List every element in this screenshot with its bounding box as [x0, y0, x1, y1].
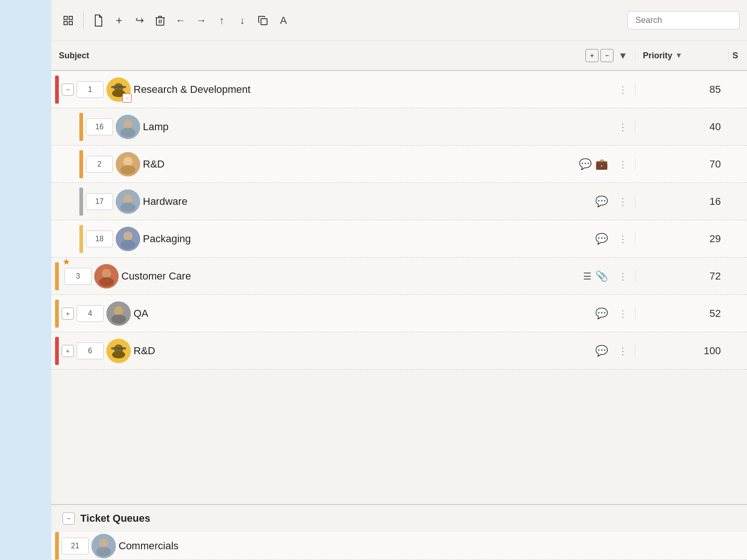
- main-container: + ↪ ← → ↑ ↓ A: [0, 0, 747, 560]
- row-icons: 💬: [595, 345, 608, 357]
- row-subject: 21 Commercials: [51, 532, 747, 560]
- table-row: 2 R&D 💬 💼: [51, 146, 747, 183]
- search-input[interactable]: [627, 11, 740, 29]
- ticket-queues-section: − Ticket Queues: [51, 504, 747, 532]
- table-row: − 1 → R: [51, 71, 747, 108]
- avatar: →: [106, 77, 131, 102]
- svg-rect-33: [111, 347, 126, 350]
- priority-bar: [55, 337, 59, 365]
- table-row: 17 Hardware 💬 ⋮: [51, 183, 747, 220]
- down-icon[interactable]: ↓: [233, 11, 252, 30]
- redirect-icon[interactable]: ↪: [130, 11, 149, 30]
- avatar: [94, 264, 119, 288]
- table-header: Subject + − ▼ Priority ▼ S: [51, 41, 747, 71]
- chat-icon: 💬: [579, 158, 592, 170]
- table-row: 18 Packaging 💬 ⋮: [51, 220, 747, 258]
- list-icon: ☰: [583, 271, 592, 282]
- forward-icon[interactable]: →: [192, 11, 211, 30]
- priority-bar: [55, 262, 59, 290]
- more-button[interactable]: ⋮: [614, 271, 631, 282]
- table-row: ★ 3 Customer Care: [51, 258, 747, 295]
- toolbar-divider-1: [83, 12, 84, 29]
- svg-rect-4: [156, 18, 164, 25]
- row-name: R&D: [134, 345, 592, 357]
- section-title: Ticket Queues: [80, 512, 150, 525]
- row-subject: − 1 → R: [51, 76, 635, 104]
- priority-bar: [79, 188, 83, 216]
- row-icons: 💬: [595, 233, 608, 245]
- svg-rect-3: [69, 21, 72, 25]
- priority-bar: [55, 532, 59, 560]
- row-number: 17: [86, 193, 113, 210]
- subject-label: Subject: [59, 51, 89, 61]
- row-priority: 16: [635, 196, 728, 208]
- row-number: 1: [77, 81, 104, 98]
- row-priority: 29: [635, 233, 728, 245]
- svg-point-26: [99, 277, 114, 287]
- row-name: R&D: [143, 158, 576, 170]
- svg-point-20: [120, 203, 135, 212]
- row-priority: 70: [635, 158, 728, 170]
- svg-point-29: [111, 315, 126, 324]
- copy-icon[interactable]: [254, 11, 272, 30]
- grid-icon[interactable]: [59, 11, 78, 30]
- col-priority-header: Priority ▼: [635, 51, 728, 61]
- row-subject: 2 R&D 💬 💼: [51, 150, 635, 178]
- filter-icon[interactable]: ▼: [618, 50, 627, 61]
- more-button[interactable]: ⋮: [614, 159, 631, 170]
- more-button[interactable]: ⋮: [614, 308, 631, 319]
- table-row: + 4 QA 💬: [51, 295, 747, 332]
- file-icon[interactable]: [89, 11, 108, 30]
- row-icons: 💬: [595, 196, 608, 208]
- svg-point-35: [99, 539, 108, 548]
- more-button[interactable]: ⋮: [614, 84, 631, 95]
- row-name: QA: [134, 308, 592, 320]
- font-icon[interactable]: A: [274, 11, 293, 30]
- s-label: S: [733, 51, 738, 60]
- row-priority: 40: [635, 121, 728, 133]
- svg-point-16: [123, 157, 133, 166]
- svg-rect-1: [69, 16, 72, 20]
- avatar: [116, 152, 140, 176]
- priority-bar: [79, 113, 83, 141]
- content-area: + ↪ ← → ↑ ↓ A: [51, 0, 747, 560]
- row-number: 3: [64, 268, 92, 285]
- more-button[interactable]: ⋮: [614, 233, 631, 245]
- up-icon[interactable]: ↑: [212, 11, 231, 30]
- more-button[interactable]: ⋮: [614, 345, 631, 357]
- row-name: Lamp: [143, 121, 605, 133]
- row-name: Research & Development: [134, 84, 605, 96]
- expand-all-button[interactable]: +: [585, 49, 599, 62]
- trash-icon[interactable]: [151, 11, 169, 30]
- partial-row: 21 Commercials: [51, 532, 747, 560]
- row-name: Commercials: [119, 540, 743, 552]
- chat-icon: 💬: [595, 345, 608, 357]
- avatar: [116, 189, 140, 214]
- briefcase-icon: 💼: [595, 158, 608, 170]
- collapse-button[interactable]: −: [62, 84, 74, 96]
- expand-button[interactable]: +: [62, 345, 74, 357]
- avatar: [106, 339, 131, 363]
- row-name: Hardware: [143, 196, 592, 208]
- more-button[interactable]: ⋮: [614, 196, 631, 207]
- left-panel: [0, 0, 51, 560]
- svg-point-25: [102, 269, 111, 278]
- priority-sort-icon[interactable]: ▼: [675, 51, 683, 60]
- row-priority: 85: [635, 84, 728, 96]
- collapse-all-button[interactable]: −: [600, 49, 613, 62]
- svg-rect-7: [261, 19, 267, 25]
- section-collapse-button[interactable]: −: [63, 512, 75, 525]
- svg-rect-11: [111, 86, 126, 88]
- add-icon[interactable]: +: [110, 11, 128, 30]
- row-number: 4: [77, 305, 104, 322]
- svg-point-14: [120, 128, 135, 137]
- back-icon[interactable]: ←: [171, 11, 190, 30]
- avatar: [92, 534, 116, 558]
- more-button[interactable]: ⋮: [614, 121, 631, 133]
- priority-bar: [55, 300, 59, 328]
- row-subject: ★ 3 Customer Care: [51, 262, 635, 290]
- row-subject: 17 Hardware 💬 ⋮: [51, 188, 635, 216]
- table-row: 16 Lamp ⋮ 40: [51, 108, 747, 146]
- expand-button[interactable]: +: [62, 308, 74, 320]
- svg-point-36: [96, 547, 111, 556]
